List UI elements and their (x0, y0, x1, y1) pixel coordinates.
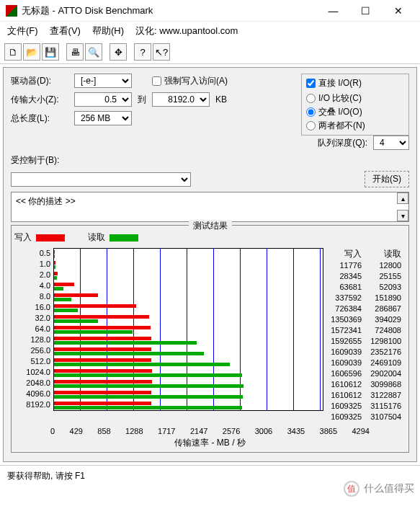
watermark-icon: 值 (344, 481, 359, 487)
legend-write-swatch (36, 234, 65, 242)
drive-label: 驱动器(D): (11, 75, 68, 87)
chart-bars (53, 248, 323, 411)
controlled-label: 受控制于(B): (11, 154, 59, 167)
help-icon[interactable]: ? (134, 43, 151, 61)
queue-depth-select[interactable]: 4 (373, 136, 409, 150)
description-input[interactable]: << 你的描述 >> ▴ ▾ (11, 192, 409, 222)
menu-file[interactable]: 文件(F) (7, 25, 38, 37)
io-compare-radio[interactable]: I/O 比较(C) (306, 92, 404, 105)
drive-select[interactable]: [-e-] (74, 74, 132, 88)
legend-read-label: 读取 (88, 231, 105, 244)
neither-radio[interactable]: 两者都不(N) (306, 120, 404, 132)
chart-x-label: 传输速率 - MB / 秒 (14, 437, 406, 449)
direct-io-checkbox[interactable]: 直接 I/O(R) (306, 77, 404, 89)
menu-view[interactable]: 查看(V) (50, 25, 81, 37)
controlled-select[interactable] (11, 172, 191, 187)
results-legend: 测试结果 (189, 220, 232, 232)
results-fieldset: 测试结果 写入 读取 0.51.02.04.08.016.032.064.012… (11, 225, 409, 453)
chart-data-table: 写入读取 11776128002834525155636815209333759… (323, 248, 403, 422)
overlap-io-radio[interactable]: 交叠 I/O(O) (306, 106, 404, 118)
titlebar: 无标题 - ATTO Disk Benchmark — ☐ ✕ (0, 0, 420, 22)
toolbar: 🗋 📂 💾 🖶 🔍 ✥ ? ↖? (0, 40, 420, 64)
print-icon[interactable]: 🖶 (66, 43, 84, 61)
legend-read-swatch (110, 234, 138, 242)
chart-y-labels: 0.51.02.04.08.016.032.064.0128.0256.0512… (17, 248, 53, 422)
total-select[interactable]: 256 MB (74, 111, 132, 125)
transfer-from-select[interactable]: 0.5 (74, 92, 132, 107)
settings-panel: 驱动器(D): [-e-] 强制写入访问(A) 传输大小(Z): 0.5 到 8… (3, 67, 417, 462)
start-button[interactable]: 开始(S) (365, 171, 409, 187)
watermark: 值 什么值得买 (344, 481, 414, 487)
scroll-down-icon[interactable]: ▾ (397, 210, 408, 221)
scroll-up-icon[interactable]: ▴ (397, 192, 408, 204)
close-button[interactable]: ✕ (382, 1, 414, 21)
transfer-to-select[interactable]: 8192.0 (152, 92, 210, 107)
whatsthis-icon[interactable]: ↖? (153, 43, 170, 61)
menubar: 文件(F) 查看(V) 帮助(H) 汉化: www.upantool.com (0, 22, 420, 40)
open-icon[interactable]: 📂 (23, 43, 40, 61)
chart-x-axis: 042985812881717214725763006343538654294 (14, 425, 406, 435)
app-icon (6, 5, 17, 17)
kb-label: KB (215, 94, 227, 105)
force-write-checkbox[interactable]: 强制写入访问(A) (152, 75, 228, 87)
new-icon[interactable]: 🗋 (4, 43, 22, 61)
save-icon[interactable]: 💾 (42, 43, 59, 61)
preview-icon[interactable]: 🔍 (85, 43, 102, 61)
total-label: 总长度(L): (11, 112, 68, 125)
transfer-label: 传输大小(Z): (11, 94, 68, 106)
minimize-button[interactable]: — (317, 1, 349, 21)
window-title: 无标题 - ATTO Disk Benchmark (22, 4, 317, 17)
queue-depth-label: 队列深度(Q): (318, 137, 367, 149)
menu-help[interactable]: 帮助(H) (92, 25, 124, 37)
to-label: 到 (138, 94, 146, 106)
move-icon[interactable]: ✥ (110, 43, 127, 61)
legend-write-label: 写入 (14, 231, 32, 244)
menu-translation: 汉化: www.upantool.com (135, 25, 238, 37)
maximize-button[interactable]: ☐ (349, 1, 382, 21)
